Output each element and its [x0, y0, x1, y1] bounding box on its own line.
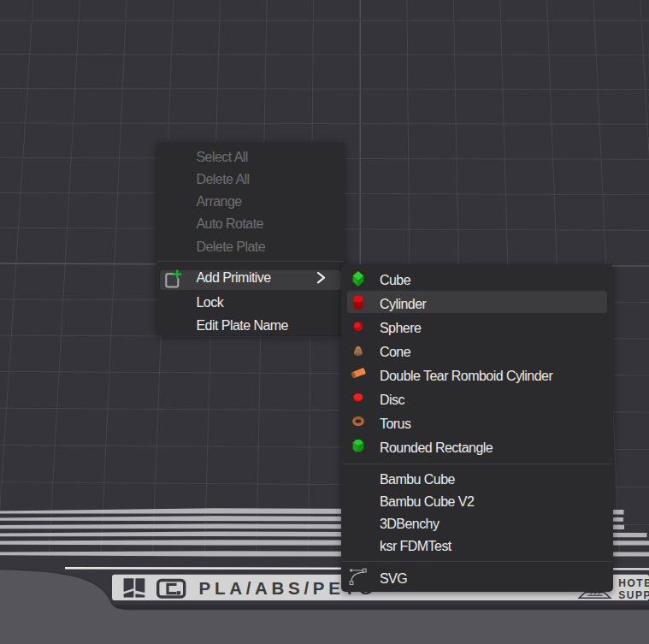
svg-text:HOTB: HOTB: [618, 577, 649, 589]
svg-text:SUPP: SUPP: [618, 589, 649, 601]
